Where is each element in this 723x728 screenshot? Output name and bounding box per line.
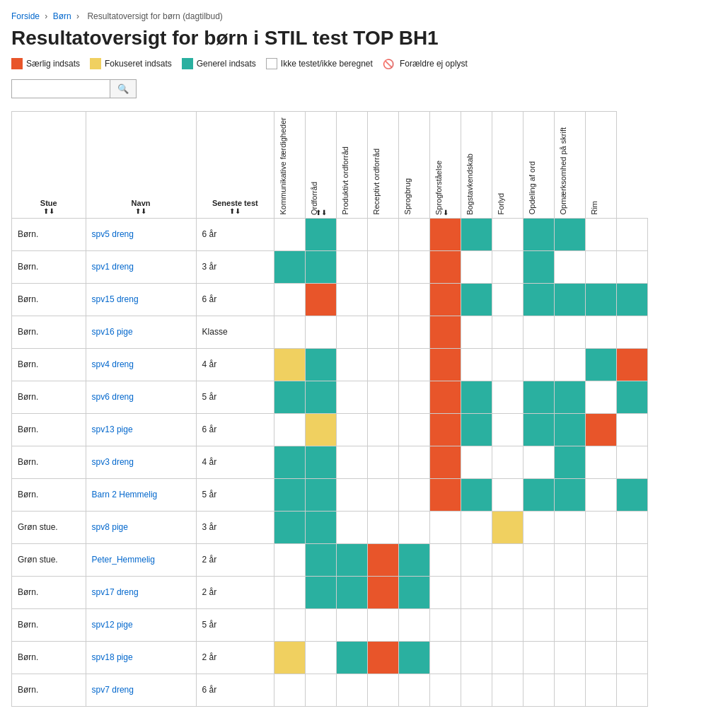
cell-navn[interactable]: spv15 dreng — [86, 283, 196, 316]
cell-data — [368, 283, 399, 316]
cell-stue: Børn. — [12, 218, 86, 250]
col-forlyd[interactable]: Forlyd — [492, 112, 524, 219]
col-prod[interactable]: Produktivt ordforråd — [337, 112, 368, 219]
col-bogstav[interactable]: Bogstavkendskab — [461, 112, 492, 219]
cell-data — [430, 674, 461, 706]
results-table-wrap: Stue ⬆⬇ Navn ⬆⬇ Seneste test ⬆⬇ Kommunik… — [11, 111, 712, 707]
navn-link[interactable]: spv5 dreng — [92, 229, 134, 239]
cell-data — [399, 478, 430, 511]
cell-data — [617, 576, 648, 608]
cell-data — [306, 381, 337, 413]
navn-link[interactable]: spv7 dreng — [92, 685, 134, 695]
table-row: Børn.spv17 dreng2 år — [12, 576, 648, 608]
cell-data — [617, 608, 648, 641]
cell-data — [306, 348, 337, 381]
cell-data — [524, 218, 555, 250]
cell-navn[interactable]: spv7 dreng — [86, 674, 196, 706]
cell-navn[interactable]: spv6 dreng — [86, 381, 196, 413]
table-row: Børn.spv6 dreng5 år — [12, 381, 648, 413]
cell-data — [524, 446, 555, 478]
cell-data — [337, 608, 368, 641]
col-prod-label: Produktivt ordforråd — [341, 144, 349, 215]
cell-navn[interactable]: spv18 pige — [86, 641, 196, 674]
col-stue[interactable]: Stue ⬆⬇ — [12, 112, 86, 219]
cell-navn[interactable]: spv5 dreng — [86, 218, 196, 250]
cell-data — [586, 413, 617, 446]
cell-navn[interactable]: spv17 dreng — [86, 576, 196, 608]
cell-navn[interactable]: spv4 dreng — [86, 348, 196, 381]
cell-data — [337, 348, 368, 381]
col-opdeling[interactable]: Opdeling af ord — [524, 112, 555, 219]
cell-stue: Grøn stue. — [12, 511, 86, 543]
cell-data — [368, 674, 399, 706]
navn-link[interactable]: spv18 pige — [92, 652, 133, 662]
cell-data — [524, 608, 555, 641]
cell-seneste: 2 år — [196, 543, 274, 576]
search-button[interactable]: 🔍 — [110, 79, 137, 98]
navn-link[interactable]: spv12 pige — [92, 620, 133, 630]
cell-data — [492, 543, 524, 576]
table-row: Børn.spv13 pige6 år — [12, 413, 648, 446]
cell-data — [524, 250, 555, 283]
breadcrumb-born[interactable]: Børn — [53, 11, 71, 21]
cell-data — [461, 511, 492, 543]
cell-data — [555, 446, 586, 478]
navn-link[interactable]: spv17 dreng — [92, 587, 139, 597]
col-opmærk-label: Opmærksomhed på skrift — [559, 125, 567, 214]
cell-seneste: 2 år — [196, 576, 274, 608]
cell-data — [524, 511, 555, 543]
cell-data — [586, 511, 617, 543]
cell-navn[interactable]: Peter_Hemmelig — [86, 543, 196, 576]
cell-navn[interactable]: spv1 dreng — [86, 250, 196, 283]
cell-data — [337, 543, 368, 576]
navn-link[interactable]: Peter_Hemmelig — [92, 555, 155, 565]
cell-data — [337, 283, 368, 316]
col-ordforrad[interactable]: Ordforråd ⬆⬇ — [306, 112, 337, 219]
col-seneste[interactable]: Seneste test ⬆⬇ — [196, 112, 274, 219]
col-recept[interactable]: Receptivt ordforråd — [368, 112, 399, 219]
cell-data — [274, 641, 306, 674]
navn-link[interactable]: spv3 dreng — [92, 457, 134, 467]
navn-link[interactable]: spv6 dreng — [92, 392, 134, 402]
cell-navn[interactable]: spv16 pige — [86, 316, 196, 348]
col-navn[interactable]: Navn ⬆⬇ — [86, 112, 196, 219]
cell-data — [399, 218, 430, 250]
navn-link[interactable]: spv15 dreng — [92, 294, 139, 304]
cell-navn[interactable]: spv12 pige — [86, 608, 196, 641]
cell-stue: Børn. — [12, 608, 86, 641]
navn-link[interactable]: spv8 pige — [92, 522, 128, 532]
cell-data — [399, 446, 430, 478]
cell-navn[interactable]: spv13 pige — [86, 413, 196, 446]
cell-navn[interactable]: Barn 2 Hemmelig — [86, 478, 196, 511]
cell-stue: Grøn stue. — [12, 543, 86, 576]
cell-data — [461, 608, 492, 641]
col-sprogforst[interactable]: Sprogforståelse ⬇ — [430, 112, 461, 219]
cell-data — [586, 543, 617, 576]
cell-data — [306, 316, 337, 348]
cell-data — [461, 250, 492, 283]
breadcrumb-forside[interactable]: Forside — [11, 11, 40, 21]
cell-data — [524, 381, 555, 413]
cell-data — [337, 576, 368, 608]
search-input[interactable] — [11, 79, 110, 98]
navn-link[interactable]: spv4 dreng — [92, 359, 134, 369]
cell-data — [492, 348, 524, 381]
cell-data — [306, 608, 337, 641]
cell-navn[interactable]: spv3 dreng — [86, 446, 196, 478]
col-opmærk[interactable]: Opmærksomhed på skrift — [555, 112, 586, 219]
col-sprogbrug[interactable]: Sprogbrug — [399, 112, 430, 219]
navn-link[interactable]: spv16 pige — [92, 327, 133, 337]
cell-data — [306, 641, 337, 674]
cell-data — [368, 381, 399, 413]
legend-yellow: Fokuseret indsats — [90, 58, 172, 69]
navn-link[interactable]: spv13 pige — [92, 424, 133, 434]
col-komm-label: Kommunikative færdigheder — [279, 115, 287, 215]
cell-navn[interactable]: spv8 pige — [86, 511, 196, 543]
cell-data — [399, 674, 430, 706]
cell-data — [586, 283, 617, 316]
cell-data — [274, 250, 306, 283]
col-rim[interactable]: Rim — [586, 112, 617, 219]
navn-link[interactable]: Barn 2 Hemmelig — [92, 490, 158, 499]
cell-data — [368, 250, 399, 283]
navn-link[interactable]: spv1 dreng — [92, 262, 134, 272]
